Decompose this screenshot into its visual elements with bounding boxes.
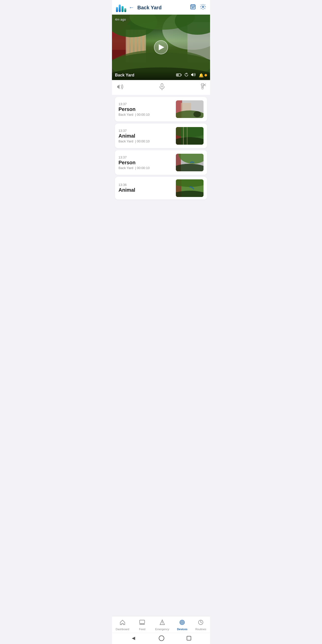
system-nav-bar: ◄: [112, 633, 210, 644]
event-info: 13:37 Animal Back Yard | 00:00:10: [118, 129, 176, 143]
nav-item-emergency[interactable]: Emergency: [153, 618, 171, 632]
event-info: 13:37 Person Back Yard | 00:00:10: [118, 102, 176, 116]
app-logo: [116, 3, 126, 12]
routines-icon: [198, 619, 204, 627]
nav-label-devices: Devices: [177, 628, 188, 631]
microphone-icon[interactable]: [159, 83, 165, 92]
camera-controls: 🔔: [176, 72, 207, 78]
event-type: Animal: [118, 187, 173, 193]
svg-rect-29: [161, 84, 163, 87]
svg-point-47: [176, 164, 204, 171]
nav-item-dashboard[interactable]: Dashboard: [114, 618, 131, 632]
nav-items: Dashboard Feed Emergency: [112, 618, 210, 633]
svg-point-60: [182, 622, 183, 623]
logo-bar-4: [124, 8, 126, 12]
logo-bar-2: [119, 5, 121, 12]
alert-dot: [205, 74, 207, 76]
nav-label-routines: Routines: [195, 628, 206, 631]
event-info: 13:36 Animal: [118, 183, 176, 193]
event-thumbnail: [176, 179, 204, 197]
back-system-button[interactable]: ◄: [131, 635, 136, 641]
header-left: ← Back Yard: [116, 3, 162, 12]
svg-point-50: [176, 179, 204, 187]
svg-rect-8: [193, 8, 193, 8]
camera-timestamp: 4m ago: [115, 18, 126, 21]
alert-indicator: 🔔: [199, 73, 207, 78]
back-button[interactable]: ←: [129, 4, 134, 11]
close-button[interactable]: ✕: [203, 82, 207, 88]
nav-label-feed: Feed: [139, 628, 145, 631]
calendar-icon[interactable]: [190, 4, 196, 11]
header-actions: [190, 4, 206, 11]
camera-bottom-bar: Back Yard: [112, 70, 210, 80]
svg-rect-52: [140, 620, 145, 624]
svg-rect-27: [181, 74, 182, 76]
svg-rect-7: [192, 8, 192, 8]
bell-icon: 🔔: [199, 73, 204, 78]
event-meta: Back Yard | 00:00:10: [118, 139, 173, 143]
logo-bar-3: [122, 6, 124, 12]
page-title: Back Yard: [137, 5, 162, 11]
battery-icon: [176, 73, 182, 77]
nav-label-emergency: Emergency: [155, 628, 169, 631]
event-type: Animal: [118, 133, 173, 139]
settings-icon[interactable]: [200, 4, 206, 11]
svg-point-37: [193, 111, 201, 117]
camera-name-label: Back Yard: [115, 73, 134, 77]
event-meta: Back Yard | 00:00:10: [118, 166, 173, 170]
devices-icon: [179, 619, 185, 627]
svg-rect-4: [192, 7, 192, 8]
event-info: 13:37 Person Back Yard | 00:00:10: [118, 155, 176, 170]
svg-rect-5: [193, 7, 193, 8]
svg-point-40: [176, 127, 204, 137]
event-card[interactable]: 13:37 Person Back Yard | 00:00:10: [115, 97, 207, 122]
nav-label-dashboard: Dashboard: [116, 628, 129, 631]
svg-rect-6: [194, 7, 194, 8]
event-card[interactable]: 13:37 Person Back Yard | 00:00:10: [115, 150, 207, 175]
speaker-icon[interactable]: [191, 72, 196, 78]
home-system-button[interactable]: [159, 635, 164, 641]
dashboard-icon: [119, 619, 126, 627]
event-type: Person: [118, 160, 173, 166]
svg-point-9: [202, 6, 204, 8]
nav-item-feed[interactable]: Feed: [135, 618, 150, 632]
logo-bar-1: [116, 7, 118, 12]
event-card-partial[interactable]: 13:36 Animal: [115, 177, 207, 199]
svg-point-41: [176, 137, 204, 145]
event-thumbnail: [176, 100, 204, 118]
event-type: Person: [118, 106, 173, 112]
svg-point-57: [162, 623, 163, 624]
refresh-icon[interactable]: [184, 72, 189, 78]
recents-system-button[interactable]: [187, 636, 191, 640]
event-time: 13:37: [118, 129, 173, 133]
event-time: 13:36: [118, 183, 173, 187]
svg-rect-28: [177, 74, 179, 76]
bottom-nav: Dashboard Feed Emergency: [112, 616, 210, 644]
control-bar: ✕: [112, 80, 210, 95]
emergency-icon: [159, 619, 165, 627]
svg-point-51: [176, 191, 204, 197]
nav-item-devices[interactable]: Devices: [175, 618, 190, 632]
camera-feed[interactable]: 4m ago Back Yard: [112, 15, 210, 80]
nav-item-routines[interactable]: Routines: [193, 618, 208, 632]
feed-icon: [139, 619, 145, 627]
events-list: 13:37 Person Back Yard | 00:00:10 13:37 …: [112, 95, 210, 222]
event-card[interactable]: 13:37 Animal Back Yard | 00:00:10: [115, 124, 207, 148]
play-button[interactable]: [154, 40, 168, 54]
event-thumbnail: [176, 127, 204, 145]
event-meta: Back Yard | 00:00:10: [118, 113, 173, 116]
volume-icon[interactable]: [117, 84, 124, 91]
header: ← Back Yard: [112, 0, 210, 15]
event-time: 13:37: [118, 102, 173, 106]
event-time: 13:37: [118, 155, 173, 159]
event-thumbnail: [176, 154, 204, 171]
